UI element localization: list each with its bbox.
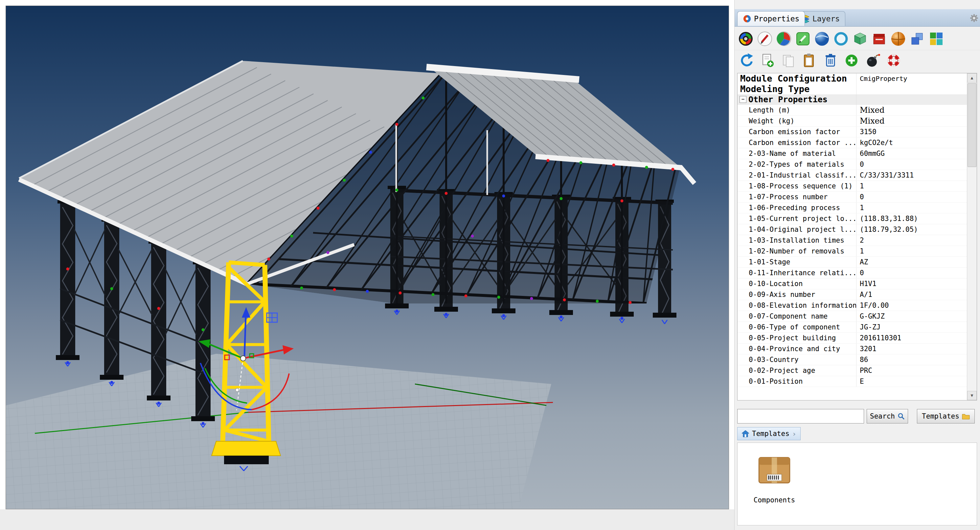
gear-icon[interactable] [970, 14, 978, 22]
property-row[interactable]: 2-03-Name of material60mmGG [738, 148, 967, 159]
property-name: Length (m) [738, 105, 856, 115]
property-value[interactable]: A/1 [856, 289, 967, 300]
property-value[interactable]: Mixed [856, 116, 967, 126]
property-value[interactable]: 2016110301 [856, 333, 967, 343]
teal-ring-icon[interactable] [833, 31, 849, 47]
property-row[interactable]: 1-04-Original project l...(118.79,32.05) [738, 224, 967, 235]
scroll-thumb[interactable] [967, 83, 977, 167]
property-value[interactable]: 0 [856, 192, 967, 202]
property-value[interactable]: CmigProperty [856, 73, 967, 84]
components-panel: Components [737, 442, 977, 525]
property-name: 2-02-Types of materials [738, 159, 856, 170]
property-value[interactable]: G-GKJZ [856, 311, 967, 322]
property-header-row[interactable]: Module ConfigurationCmigProperty [738, 73, 967, 84]
property-name: 2-03-Name of material [738, 148, 856, 159]
property-row[interactable]: 0-03-Country86 [738, 354, 967, 365]
green-cube-icon[interactable] [852, 31, 868, 47]
property-value[interactable]: 2 [856, 235, 967, 246]
paste-item-icon[interactable] [802, 53, 818, 69]
property-row[interactable]: 1-07-Process number0 [738, 192, 967, 203]
property-row[interactable]: 0-04-Province and city3201 [738, 343, 967, 354]
viewport-3d[interactable] [6, 6, 729, 509]
property-value[interactable]: (118.79,32.05) [856, 224, 967, 235]
property-value[interactable]: 3201 [856, 343, 967, 354]
property-row[interactable]: 1-05-Current project lo...(118.83,31.88) [738, 213, 967, 224]
property-value[interactable]: 60mmGG [856, 148, 967, 159]
property-row[interactable]: Length (m)Mixed [738, 105, 967, 116]
property-value[interactable]: C/33/331/3311 [856, 170, 967, 180]
scroll-down-button[interactable]: ▼ [967, 391, 977, 400]
property-row[interactable]: 0-06-Type of componentJG-ZJ [738, 322, 967, 333]
property-value[interactable]: Mixed [856, 105, 967, 115]
property-name: 1-06-Preceding process [738, 203, 856, 213]
property-value[interactable]: JG-ZJ [856, 322, 967, 332]
breadcrumb-label: Templates [752, 430, 789, 437]
scroll-up-button[interactable]: ▲ [967, 73, 977, 83]
collapse-expander-icon[interactable]: − [740, 96, 746, 103]
property-row[interactable]: 0-01-PositionE [738, 376, 967, 387]
property-row[interactable]: 0-05-Project building2016110301 [738, 333, 967, 343]
property-name: 0-08-Elevation information [738, 300, 856, 311]
property-row[interactable]: 0-02-Project agePRC [738, 365, 967, 376]
bomb-tool-icon[interactable] [865, 53, 880, 69]
blue-stack-icon[interactable] [909, 31, 925, 47]
property-value[interactable]: H1V1 [856, 278, 967, 289]
property-value[interactable] [856, 94, 967, 105]
property-value[interactable]: E [856, 376, 967, 387]
property-row[interactable]: 1-03-Installation times2 [738, 235, 967, 246]
component-item[interactable]: Components [752, 447, 797, 504]
property-value[interactable]: 1 [856, 246, 967, 257]
property-value[interactable]: 1 [856, 203, 967, 213]
templates-button[interactable]: Templates [917, 409, 975, 423]
property-name: 0-04-Province and city [738, 343, 856, 354]
property-name: 0-06-Type of component [738, 322, 856, 332]
property-value[interactable]: 1F/0.00 [856, 300, 967, 311]
property-row[interactable]: 1-01-StageAZ [738, 257, 967, 268]
property-header-row[interactable]: Modeling Type [738, 84, 967, 94]
search-button[interactable]: Search [867, 409, 908, 423]
delete-item-icon[interactable] [822, 53, 838, 69]
property-value[interactable]: 0 [856, 159, 967, 170]
property-row[interactable]: 0-08-Elevation information1F/0.00 [738, 300, 967, 311]
copy-item-icon[interactable] [781, 53, 796, 69]
property-row[interactable]: Weight (kg)Mixed [738, 116, 967, 126]
color-palette-icon[interactable] [776, 31, 792, 47]
new-item-icon[interactable] [760, 53, 775, 69]
orange-sphere-icon[interactable] [890, 31, 906, 47]
color-wheel-icon[interactable] [738, 31, 754, 47]
refresh-icon[interactable] [738, 53, 754, 69]
property-row[interactable]: 0-07-Component nameG-GKJZ [738, 311, 967, 322]
property-row[interactable]: 0-09-Axis numberA/1 [738, 289, 967, 300]
property-value[interactable]: PRC [856, 365, 967, 376]
property-row[interactable]: 1-02-Number of removals1 [738, 246, 967, 257]
blue-sphere-icon[interactable] [814, 31, 830, 47]
property-row[interactable]: 0-11-Inheritance relati...0 [738, 268, 967, 278]
property-value[interactable]: 1 [856, 181, 967, 192]
property-value[interactable]: 0 [856, 268, 967, 278]
color-grid-icon[interactable] [928, 31, 944, 47]
property-value[interactable]: kgCO2e/t [856, 137, 967, 148]
property-row[interactable]: Carbon emission factor ...kgCO2e/t [738, 137, 967, 148]
property-category-row[interactable]: −Other Properties [738, 94, 967, 105]
search-input[interactable] [737, 409, 864, 423]
lifebuoy-icon[interactable] [886, 53, 902, 69]
property-row[interactable]: Carbon emission factor3150 [738, 126, 967, 137]
property-value[interactable]: 3150 [856, 126, 967, 137]
tool-palette-row1 [735, 29, 980, 49]
tab-properties[interactable]: Properties [737, 11, 805, 26]
red-box-icon[interactable] [871, 31, 887, 47]
property-value[interactable]: 86 [856, 354, 967, 365]
property-value[interactable]: (118.83,31.88) [856, 213, 967, 224]
property-row[interactable]: 2-02-Types of materials0 [738, 159, 967, 170]
add-item-icon[interactable] [844, 53, 859, 69]
property-value[interactable] [856, 84, 967, 94]
property-row[interactable]: 1-08-Process sequence (1)1 [738, 181, 967, 192]
grid-scrollbar[interactable]: ▲ ▼ [967, 73, 977, 400]
property-value[interactable]: AZ [856, 257, 967, 267]
paint-brush-icon[interactable] [757, 31, 773, 47]
property-row[interactable]: 2-01-Industrial classif...C/33/331/3311 [738, 170, 967, 181]
property-row[interactable]: 0-10-LocationH1V1 [738, 278, 967, 289]
green-edit-icon[interactable] [795, 31, 811, 47]
property-row[interactable]: 1-06-Preceding process1 [738, 203, 967, 213]
templates-breadcrumb[interactable]: Templates › [737, 427, 800, 440]
